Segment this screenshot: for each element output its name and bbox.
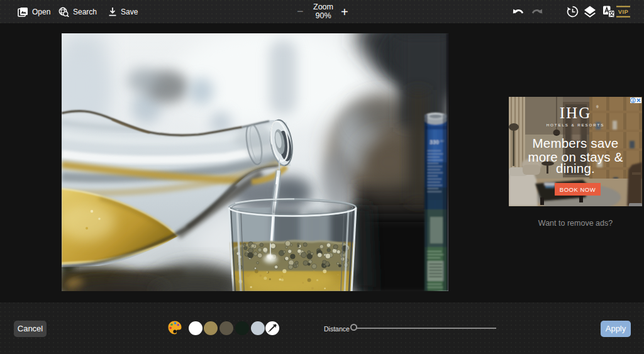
svg-text:dining.: dining. <box>556 161 595 175</box>
svg-text:IHG: IHG <box>560 104 591 121</box>
svg-text:BOOK NOW: BOOK NOW <box>560 186 596 193</box>
svg-text:HOTELS & RESORTS: HOTELS & RESORTS <box>547 123 605 127</box>
svg-text:®: ® <box>596 105 599 109</box>
svg-text:VIP: VIP <box>618 8 629 15</box>
svg-text:Members save: Members save <box>533 136 619 150</box>
